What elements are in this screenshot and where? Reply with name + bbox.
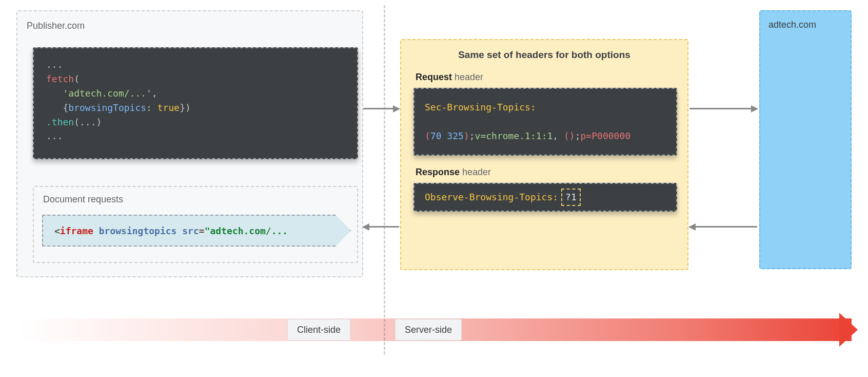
request-header-code: Sec-Browsing-Topics: (70 325);v=chrome.1… <box>413 88 677 156</box>
req-header-name: Sec-Browsing-Topics: <box>425 102 536 112</box>
response-header-code: Observe-Browsing-Topics: ?1 <box>413 183 677 212</box>
iframe-lt: < <box>54 225 60 236</box>
request-header-label: Request header <box>416 72 687 83</box>
iframe-eq: = <box>199 225 205 236</box>
response-header-label: Response header <box>416 167 687 178</box>
code-true: true <box>157 102 180 113</box>
req-comma: , <box>553 130 564 141</box>
req-n1: 70 <box>430 130 442 141</box>
code-dots: ... <box>46 59 63 70</box>
client-server-divider <box>384 5 385 354</box>
code-fetch-kw: fetch <box>46 73 74 84</box>
arrow-request-to-adtech <box>689 108 757 109</box>
iframe-code-chip: <iframe browsingtopics src="adtech.com/.… <box>42 215 351 247</box>
req-semi: ; <box>469 130 475 141</box>
arrow-adtech-to-response <box>689 226 757 228</box>
document-requests-box: Document requests <iframe browsingtopics… <box>33 186 358 263</box>
code-paren-open: ( <box>74 73 80 84</box>
iframe-tag: iframe <box>60 225 93 236</box>
req-p2: ) <box>464 130 469 141</box>
iframe-attr2: src <box>182 225 199 236</box>
code-then: .then <box>46 117 74 127</box>
iframe-val: "adtech.com/... <box>205 225 288 236</box>
fetch-code-block: ... fetch( 'adtech.com/...', {browsingTo… <box>33 47 358 159</box>
req-vval: chrome.1:1:1 <box>486 130 553 141</box>
arrow-fetch-to-headers <box>363 108 399 109</box>
code-dots2: ... <box>46 130 63 141</box>
document-requests-label: Document requests <box>43 194 123 205</box>
req-vkey: v= <box>475 130 486 141</box>
resp-header-value: ?1 <box>561 188 581 206</box>
adtech-label: adtech.com <box>768 20 816 30</box>
req-p3: () <box>564 130 575 141</box>
iframe-attr1: browsingtopics <box>99 225 177 236</box>
req-semi2: ; <box>575 130 581 141</box>
arrow-response-to-document <box>363 226 399 228</box>
code-comma: , <box>152 88 157 99</box>
resp-header-name: Observe-Browsing-Topics: <box>425 190 558 204</box>
code-then-args: (...) <box>74 117 102 127</box>
req-pval: P000000 <box>591 130 630 141</box>
server-side-label: Server-side <box>395 319 462 341</box>
diagram-canvas: Publisher.com ... fetch( 'adtech.com/...… <box>10 10 858 367</box>
code-colon: : <box>146 102 152 113</box>
headers-title: Same set of headers for both options <box>401 40 687 61</box>
adtech-box: adtech.com <box>759 10 852 269</box>
req-pkey: p= <box>581 130 592 141</box>
gradient-arrowhead-icon <box>839 313 858 347</box>
code-option-key: browsingTopics <box>68 102 146 113</box>
code-brace-open: { <box>63 102 69 113</box>
client-side-label: Client-side <box>287 319 350 341</box>
code-url: 'adtech.com/...' <box>63 88 152 99</box>
code-paren-close: ) <box>185 102 191 113</box>
req-p1: ( <box>425 130 430 141</box>
req-n2: 325 <box>447 130 464 141</box>
headers-panel: Same set of headers for both options Req… <box>400 39 688 270</box>
publisher-box: Publisher.com ... fetch( 'adtech.com/...… <box>16 10 363 277</box>
code-brace-close: } <box>180 102 185 113</box>
publisher-label: Publisher.com <box>27 21 85 31</box>
